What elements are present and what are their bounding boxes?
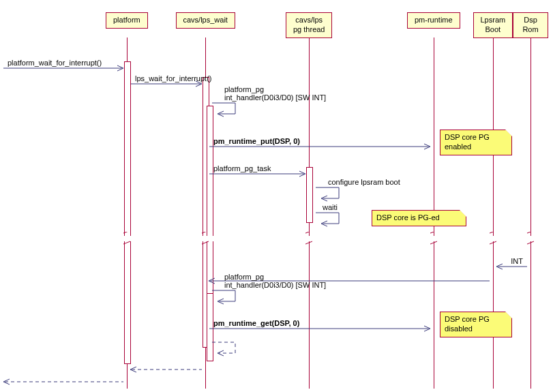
message: INT bbox=[496, 258, 527, 268]
message: pm_runtime_get(DSP, 0) bbox=[209, 320, 430, 330]
activation-platform bbox=[124, 61, 131, 364]
message-self: platform_pgint_handler(D0i3/D0) [SW INT] bbox=[212, 289, 335, 310]
lifeline-rom bbox=[530, 37, 531, 389]
message: lps_wait_for_interrupt() bbox=[131, 76, 202, 85]
message: platform_pg_task bbox=[209, 166, 305, 175]
participant-pm: pm-runtime bbox=[407, 12, 460, 29]
activation-pg bbox=[306, 167, 313, 223]
message bbox=[3, 374, 123, 383]
participant-rom: Dsp Rom bbox=[513, 12, 548, 38]
message: platform_wait_for_interrupt() bbox=[3, 60, 123, 70]
participant-pg: cavs/lps pg thread bbox=[286, 12, 332, 38]
lifeline-gap bbox=[0, 236, 553, 241]
participant-platform: platform bbox=[106, 12, 148, 29]
note: DSP core PGdisabled bbox=[440, 312, 512, 337]
message: pm_runtime_put(DSP, 0) bbox=[209, 138, 430, 148]
participant-boot: Lpsram Boot bbox=[473, 12, 513, 38]
message bbox=[130, 361, 202, 371]
participant-wait: cavs/lps_wait bbox=[176, 12, 235, 29]
message-self: platform_pgint_handler(D0i3/D0) [SW INT] bbox=[212, 102, 335, 122]
note: DSP core is PG-ed bbox=[372, 210, 466, 226]
message-self bbox=[212, 341, 335, 361]
note: DSP core PGenabled bbox=[440, 130, 512, 155]
